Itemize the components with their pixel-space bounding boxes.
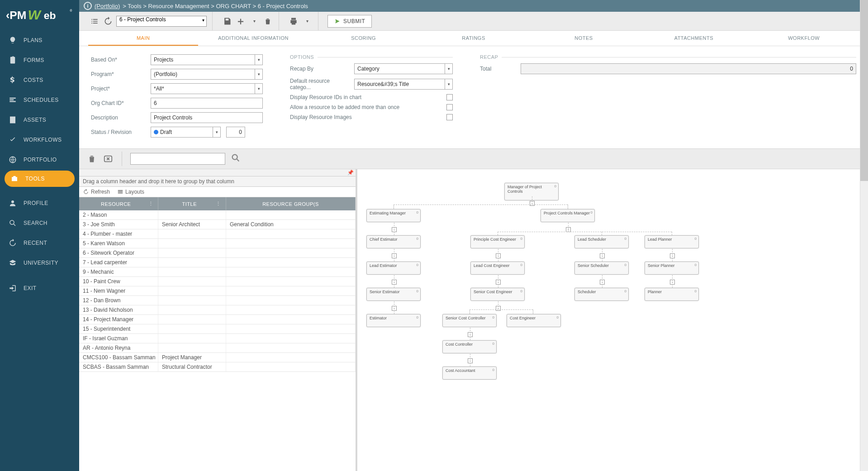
sidebar-item-plans[interactable]: PLANS xyxy=(0,30,79,50)
sidebar-item-workflows[interactable]: WORKFLOWS xyxy=(0,130,79,150)
org-node[interactable]: Lead Planner0 xyxy=(645,235,699,248)
org-node[interactable]: Senior Planner0 xyxy=(645,262,699,275)
based-on-select[interactable] xyxy=(151,54,263,65)
org-node[interactable]: Cost Controller0 xyxy=(442,340,497,353)
org-node[interactable]: Senior Scheduler0 xyxy=(574,262,629,275)
tab-notes[interactable]: NOTES xyxy=(529,31,639,46)
breadcrumb-portfolio[interactable]: (Portfolio) xyxy=(95,3,120,10)
org-node[interactable]: Cost Engineer0 xyxy=(507,314,561,327)
revision-input[interactable] xyxy=(226,127,245,138)
default-category-select[interactable] xyxy=(354,79,453,90)
table-row[interactable]: 12 - Dan Brown xyxy=(79,296,356,305)
allow-more-checkbox[interactable] xyxy=(446,104,453,110)
table-row[interactable]: AR - Antonio Reyna xyxy=(79,343,356,353)
org-node[interactable]: Project Controls Manager0 xyxy=(541,209,595,222)
project-select[interactable] xyxy=(151,83,263,94)
sidebar-item-costs[interactable]: COSTS xyxy=(0,70,79,90)
sidebar-item-exit[interactable]: EXIT xyxy=(0,278,79,298)
table-row[interactable]: 4 - Plumber - master xyxy=(79,229,356,239)
table-row[interactable]: 7 - Lead carpenter xyxy=(79,258,356,267)
table-row[interactable]: 5 - Karen Watson xyxy=(79,239,356,248)
table-row[interactable]: 11 - Nem Wagner xyxy=(79,286,356,296)
org-node[interactable]: Lead Scheduler0 xyxy=(574,235,629,248)
table-row[interactable]: 10 - Paint Crew xyxy=(79,277,356,286)
caret-icon[interactable]: ▾ xyxy=(445,79,453,90)
org-node[interactable]: Estimating Manager0 xyxy=(366,209,421,222)
org-node[interactable]: Cost Accountant0 xyxy=(442,366,497,380)
org-node[interactable]: Scheduler0 xyxy=(574,288,629,301)
print-icon[interactable] xyxy=(288,16,299,27)
info-icon[interactable]: i xyxy=(84,2,92,10)
org-node[interactable]: Chief Estimator0 xyxy=(366,235,421,248)
description-input[interactable] xyxy=(151,112,263,123)
tab-additional-information[interactable]: ADDITIONAL INFORMATION xyxy=(198,31,308,46)
scroll-thumb[interactable] xyxy=(860,0,868,181)
tab-main[interactable]: MAIN xyxy=(88,31,198,46)
program-select[interactable] xyxy=(151,69,263,80)
submit-button[interactable]: SUBMIT xyxy=(327,15,372,28)
caret-icon[interactable]: ▾ xyxy=(255,69,263,80)
col-resource-group[interactable]: RESOURCE GROUP(S xyxy=(226,197,356,210)
sidebar-item-profile[interactable]: PROFILE xyxy=(0,193,79,213)
column-menu-icon[interactable]: ⋮ xyxy=(216,201,221,207)
sidebar-item-schedules[interactable]: SCHEDULES xyxy=(0,90,79,110)
col-title[interactable]: TITLE⋮ xyxy=(158,197,226,210)
org-node[interactable]: Manager of Project Controls0 xyxy=(504,183,559,200)
display-images-checkbox[interactable] xyxy=(446,114,453,120)
sidebar-item-search[interactable]: SEARCH xyxy=(0,213,79,233)
org-chart-pane[interactable]: Manager of Project Controls0 - Estimatin… xyxy=(357,169,868,471)
display-ids-checkbox[interactable] xyxy=(446,94,453,100)
list-icon[interactable] xyxy=(89,16,100,27)
org-node[interactable]: Principle Cost Engineer0 xyxy=(470,235,525,248)
layouts-button[interactable]: Layouts xyxy=(117,189,144,195)
tab-workflow[interactable]: WORKFLOW xyxy=(749,31,859,46)
save-icon[interactable] xyxy=(222,16,232,27)
grid-clear-icon[interactable] xyxy=(103,153,114,164)
sidebar-item-forms[interactable]: FORMS xyxy=(0,50,79,70)
sidebar-item-recent[interactable]: RECENT xyxy=(0,233,79,253)
history-icon[interactable] xyxy=(103,16,114,27)
table-row[interactable]: 15 - Superintendent xyxy=(79,324,356,334)
org-node[interactable]: Senior Cost Controller0 xyxy=(442,314,497,327)
tab-scoring[interactable]: SCORING xyxy=(308,31,418,46)
sidebar-item-tools[interactable]: TOOLS xyxy=(5,171,75,187)
tab-ratings[interactable]: RATINGS xyxy=(418,31,528,46)
caret-icon[interactable]: ▾ xyxy=(255,54,263,65)
table-row[interactable]: 14 - Project Manager xyxy=(79,315,356,324)
org-node[interactable]: Senior Cost Engineer0 xyxy=(470,288,525,301)
table-row[interactable]: CMCS100 - Bassam SammanProject Manager xyxy=(79,353,356,362)
add-dropdown-caret[interactable]: ▾ xyxy=(249,16,260,27)
table-row[interactable]: 13 - David Nicholson xyxy=(79,305,356,315)
caret-icon[interactable]: ▾ xyxy=(213,127,221,138)
refresh-button[interactable]: Refresh xyxy=(83,189,110,195)
org-node[interactable]: Estimator0 xyxy=(366,314,421,327)
print-dropdown-caret[interactable]: ▾ xyxy=(302,16,313,27)
grid-search-input[interactable] xyxy=(130,153,225,165)
pin-icon[interactable]: 📌 xyxy=(347,170,354,176)
sidebar-item-university[interactable]: UNIVERSITY xyxy=(0,253,79,273)
grid-search-icon[interactable] xyxy=(231,153,241,165)
sidebar-item-portfolio[interactable]: PORTFOLIO xyxy=(0,150,79,170)
col-resource[interactable]: RESOURCE⋮ xyxy=(79,197,158,210)
browser-scrollbar[interactable] xyxy=(860,0,868,471)
tab-attachments[interactable]: ATTACHMENTS xyxy=(639,31,749,46)
org-node[interactable]: Lead Estimator0 xyxy=(366,262,421,275)
table-row[interactable]: 6 - Sitework Operator xyxy=(79,248,356,258)
add-icon[interactable]: ＋ xyxy=(235,16,246,27)
org-node[interactable]: Lead Cost Engineer0 xyxy=(470,262,525,275)
org-node[interactable]: Planner0 xyxy=(645,288,699,301)
table-row[interactable]: 2 - Mason xyxy=(79,210,356,220)
group-drop-area[interactable]: Drag a column header and drop it here to… xyxy=(79,176,356,187)
caret-icon[interactable]: ▾ xyxy=(255,83,263,94)
sidebar-item-assets[interactable]: ASSETS xyxy=(0,110,79,130)
table-row[interactable]: SCBAS - Bassam SammanStructural Contract… xyxy=(79,362,356,372)
column-menu-icon[interactable]: ⋮ xyxy=(148,201,154,207)
grid-body[interactable]: 2 - Mason3 - Joe SmithSenior ArchitectGe… xyxy=(79,210,356,471)
record-selector[interactable]: 6 - Project Controls xyxy=(116,16,207,27)
table-row[interactable]: IF - Israel Guzman xyxy=(79,334,356,343)
status-select[interactable]: Draft xyxy=(151,127,221,138)
caret-icon[interactable]: ▾ xyxy=(445,63,453,74)
recap-by-select[interactable] xyxy=(354,63,453,74)
table-row[interactable]: 3 - Joe SmithSenior ArchitectGeneral Con… xyxy=(79,220,356,229)
orgchartid-input[interactable] xyxy=(151,98,263,109)
